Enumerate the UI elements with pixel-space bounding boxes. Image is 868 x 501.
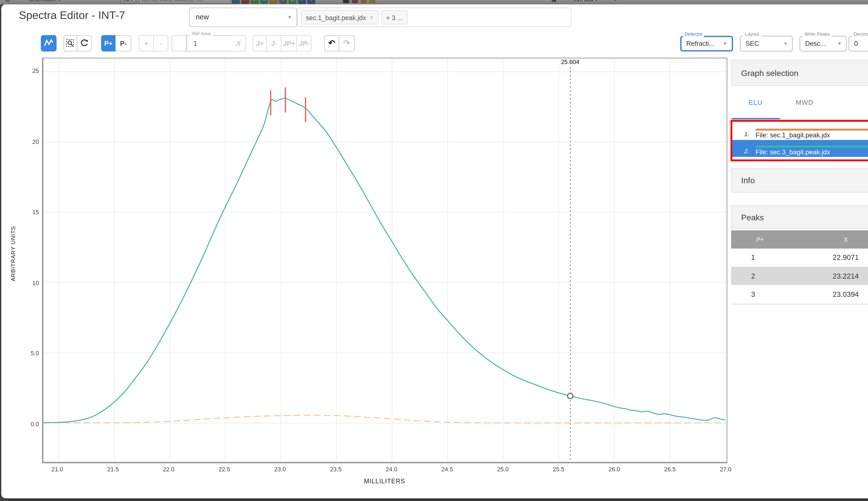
peak-x-value: 22.9071	[775, 254, 868, 261]
peaks-title: Peaks	[741, 213, 868, 222]
decimal-label: Decimal	[852, 31, 868, 37]
minus-label: -	[160, 39, 162, 47]
cursor-point-marker	[567, 393, 573, 399]
jp-minus-label: JP-	[299, 39, 309, 47]
x-tick-label: 24.0	[382, 466, 401, 473]
chevron-down-icon: ▾	[784, 40, 787, 46]
modal-backdrop-dim	[0, 0, 868, 4]
x-tick-label: 23.0	[271, 466, 290, 473]
peak-row[interactable]: 223.22142.24e+1×	[731, 267, 868, 285]
chip-remove-icon[interactable]: ×	[370, 14, 374, 21]
j-plus-button[interactable]: J+	[253, 35, 267, 51]
x-tick-label: 26.0	[605, 466, 624, 473]
more-files-chip[interactable]: + 3 ...	[381, 10, 408, 24]
spectrum-plot[interactable]	[42, 58, 728, 463]
x-tick-label: 27.0	[716, 466, 735, 473]
col-peak: P+	[731, 236, 775, 243]
y-tick-label: 10	[18, 279, 39, 286]
x-tick-label: 21.0	[48, 466, 67, 473]
x-tick-label: 25.5	[549, 466, 568, 473]
y-axis-label: ARBITRARY UNITS	[10, 216, 16, 291]
zoom-reset-button[interactable]	[77, 35, 92, 51]
layout-value: SEC	[745, 40, 784, 47]
tab-mwd[interactable]: MWD	[780, 86, 829, 119]
info-header[interactable]: Info ∨	[731, 168, 868, 193]
peaks-table-header: P+XY-	[731, 230, 868, 248]
peak-x-value: 23.2214	[775, 272, 868, 280]
graph-file-item[interactable]: 1.File: sec.1_bagit.peak.jdx	[731, 122, 868, 140]
x-tick-label: 26.5	[660, 466, 679, 473]
file-chips-input[interactable]: sec.1_bagit.peak.jdx × + 3 ...	[297, 8, 572, 27]
write-peaks-label: Write Peaks	[803, 31, 832, 37]
y-tick-label: 5.0	[18, 350, 39, 357]
peak-remove-button[interactable]: P-	[116, 35, 132, 51]
detector-select[interactable]: Refracti... ▾	[680, 36, 733, 51]
col-x: X	[775, 236, 868, 243]
zoom-select-button[interactable]	[63, 35, 77, 51]
ref-area-input[interactable]	[192, 39, 232, 48]
write-peaks-value: Desc...	[805, 40, 838, 47]
peak-remove-label: P-	[120, 39, 127, 47]
multiplicity-minus-button[interactable]: -	[154, 35, 168, 51]
graph-selection-tabs: ELU MWD	[731, 86, 868, 120]
chevron-down-icon: ▾	[288, 14, 291, 20]
multiplicity-plus-button[interactable]: +	[139, 35, 154, 51]
peak-row[interactable]: 323.03942.31e+1×	[731, 285, 868, 303]
tab-elu[interactable]: ELU	[731, 86, 780, 119]
redo-button[interactable]: ↷	[339, 35, 355, 51]
plus-label: +	[144, 39, 148, 47]
spectrum-line-button[interactable]	[41, 35, 57, 51]
x-tick-label: 22.0	[159, 466, 178, 473]
decimal-select[interactable]: 0 ▾	[849, 36, 868, 51]
ref-area-label: Ref Area	[190, 30, 212, 36]
info-title: Info	[741, 176, 868, 185]
graph-file-item[interactable]: 2.File: sec.3_bagit.peak.jdx	[731, 140, 868, 157]
write-peaks-select[interactable]: Desc... ▾	[799, 36, 846, 51]
file-label: File: sec.1_bagit.peak.jdx	[756, 131, 830, 139]
decimal-value: 0	[854, 40, 868, 47]
dataset-select[interactable]: new ▾	[189, 7, 297, 27]
zoom-area-icon	[66, 39, 75, 47]
peak-add-button[interactable]: P+	[101, 35, 116, 51]
clear-label: X	[236, 39, 241, 47]
file-chip[interactable]: sec.1_bagit.peak.jdx ×	[301, 10, 378, 24]
graph-selection-header[interactable]: Graph selection ∧	[731, 60, 868, 86]
layout-select[interactable]: SEC ▾	[740, 36, 793, 51]
undo-button[interactable]: ↶	[324, 35, 339, 51]
clear-multiplicity-button[interactable]: X	[231, 35, 246, 51]
x-tick-label: 21.5	[104, 466, 123, 473]
peaks-header[interactable]: Peaks ∧	[731, 205, 868, 229]
peak-index: 1	[731, 254, 775, 261]
reset-zoom-icon	[80, 39, 88, 47]
y-tick-label: 20	[18, 138, 39, 145]
series-color-line	[756, 146, 868, 147]
x-tick-label: 23.5	[326, 466, 345, 473]
undo-icon: ↶	[328, 39, 335, 48]
series-color-line	[756, 129, 868, 130]
graph-file-list: 1.File: sec.1_bagit.peak.jdx2.File: sec.…	[731, 122, 868, 157]
jp-minus-button[interactable]: JP-	[297, 35, 312, 51]
threshold-value-label: 25.604	[556, 58, 584, 65]
peak-index: 3	[731, 290, 775, 298]
y-tick-label: 25	[18, 67, 39, 74]
y-tick-label: 0.0	[18, 420, 39, 427]
jp-plus-label: JP+	[283, 39, 295, 47]
peak-row[interactable]: 122.90712.29e+1×	[731, 248, 868, 267]
y-tick-label: 15	[18, 209, 39, 215]
x-tick-label: 24.5	[438, 466, 457, 473]
j-minus-button[interactable]: J-	[267, 35, 282, 51]
series-integration-baseline	[43, 415, 725, 423]
x-tick-label: 25.0	[493, 466, 512, 473]
spacer-button[interactable]	[171, 35, 187, 51]
redo-icon: ↷	[343, 39, 350, 48]
x-tick-label: 22.5	[215, 466, 234, 473]
more-files-label: + 3 ...	[386, 13, 403, 21]
peaks-table: P+XY-122.90712.29e+1×223.22142.24e+1×323…	[731, 230, 868, 304]
graph-selection-title: Graph selection	[741, 68, 868, 77]
file-index: 2.	[744, 147, 749, 154]
spectrum-chart	[43, 58, 727, 462]
jp-plus-button[interactable]: JP+	[282, 35, 297, 51]
file-label: File: sec.3_bagit.peak.jdx	[756, 148, 830, 156]
ref-area-field[interactable]	[187, 35, 231, 51]
dataset-select-value: new	[196, 13, 288, 21]
